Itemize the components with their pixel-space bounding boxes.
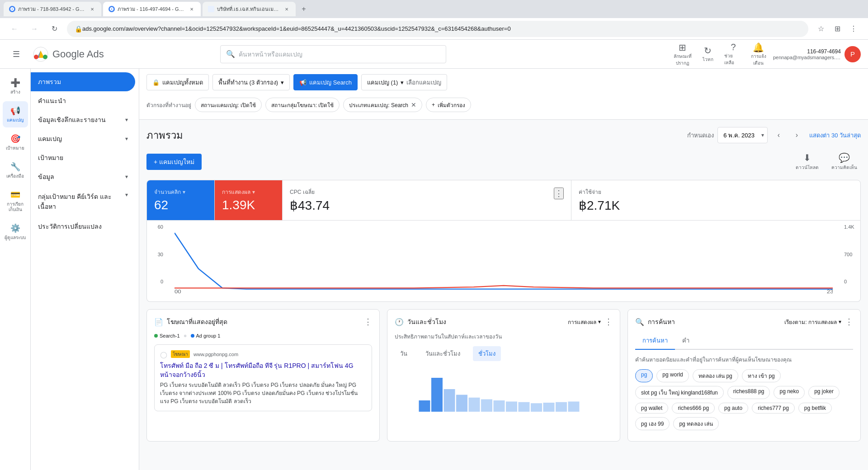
sidebar-item-billing[interactable]: 💳 การเรียกเก็บเงิน [3, 185, 28, 217]
ad-title[interactable]: โทรศัพท์ มือ ถือ 2 ซี ม | โทรศัพท์มือถือ… [160, 362, 366, 379]
date-selector[interactable]: 6 พ.ค. 2023 [717, 127, 768, 143]
keyword-tag-pg-joker[interactable]: pg joker [808, 386, 840, 399]
search-badge-dot [154, 334, 158, 338]
last-30-days-link[interactable]: แสดงต่า 30 วันล่าสุด [809, 131, 861, 140]
status-campaign-filter[interactable]: สถานะแคมเปญ: เปิดใช้ [195, 98, 262, 112]
nav-item-campaigns[interactable]: แคมเปญ ▾ [31, 129, 135, 148]
nav-item-overview[interactable]: ภาพรวม [31, 72, 135, 91]
back-to-campaigns-btn[interactable]: 🔒 แคมเปญทั้งหมด [146, 74, 209, 90]
keyword-tag-pg-auto[interactable]: pg auto [718, 403, 748, 414]
address-bar: ← → ↻ 🔒 ads.google.com/aw/overview?chann… [0, 18, 868, 40]
time-tabs: วัน วันและชั่วโมง ชั่วโมง [395, 346, 613, 361]
date-next-button[interactable]: › [789, 128, 804, 142]
sidebar-item-goals-label: เป้าหมาย [6, 146, 24, 151]
user-avatar[interactable]: P [844, 46, 861, 62]
main-content: 🔒 แคมเปญทั้งหมด พื้นที่ทำงาน (3 ตัวกรอง)… [139, 69, 868, 470]
back-button[interactable]: ← [7, 22, 22, 36]
chart-area: 60 30 0 1.4K 700 0 00 [146, 221, 861, 302]
badge-divider: ● [184, 332, 187, 339]
main-layout: ➕ สร้าง 📢 แคมเปญ 🎯 เป้าหมาย 🔧 เครื่องมือ… [0, 69, 868, 470]
browser-tab-3[interactable]: บริษัทที่.เธ.เฉส.ทกินเอนเมอรีใจ้ำที่ ✕ [203, 2, 296, 16]
nav-item-data[interactable]: ข้อมูล ▾ [31, 167, 135, 186]
header-search-bar[interactable]: 🔍 [220, 45, 446, 63]
page-content: ภาพรวม กำหนดเอง 6 พ.ค. 2023 ▾ ‹ › [139, 120, 868, 449]
keyword-tag-slot-pg[interactable]: slot pg เว็บ ใหญ่ kingland168fun [635, 386, 724, 399]
sidebar-item-create[interactable]: ➕ สร้าง [3, 73, 28, 99]
tab-close-3[interactable]: ✕ [283, 5, 290, 13]
sidebar-item-campaigns[interactable]: 📢 แคมเปญ [3, 101, 28, 127]
keyword-tag-pg-world[interactable]: pg world [656, 369, 689, 382]
browser-menu-icon[interactable]: ⋮ [846, 22, 861, 36]
search-sort-selector[interactable]: เรียงตาม: การแสดงผล ▾ [784, 318, 841, 326]
tab-search-icon[interactable]: ⊞ [830, 22, 844, 36]
add-campaign-button[interactable]: + แคมเปญใหม่ [146, 154, 202, 170]
ad-preview-more-button[interactable]: ⋮ [364, 317, 372, 327]
cost-metric-card: ค่าใช้จ่าย ฿2.71K [571, 180, 860, 220]
svg-rect-16 [519, 402, 530, 412]
nav-item-change-history[interactable]: ประวัติการเปลี่ยนแปลง [31, 217, 135, 236]
remove-campaign-type-filter-icon[interactable]: ✕ [411, 101, 416, 108]
time-metric-label: การแสดงผล [568, 318, 596, 326]
date-prev-button[interactable]: ‹ [771, 128, 786, 142]
back-to-campaigns-label: แคมเปญทั้งหมด [162, 78, 203, 87]
keyword-tag-pg-heng99[interactable]: pg เฮง 99 [635, 417, 670, 430]
keyword-tag-pg-trial-play[interactable]: pg ทดลอง เล่น [673, 417, 719, 430]
keyword-tag-pg-betflik[interactable]: pg betflik [798, 403, 832, 414]
tab-close-1[interactable]: ✕ [89, 5, 96, 13]
lock-filter-icon: 🔒 [152, 79, 160, 86]
tab-day[interactable]: วัน [395, 346, 413, 361]
search-tab-words[interactable]: คำ [675, 332, 697, 350]
keyword-tag-riches777[interactable]: riches777 pg [752, 403, 795, 414]
campaign-type-filter[interactable]: ประเภทแคมเปญ: Search ✕ [343, 98, 422, 112]
keyword-tag-riches666[interactable]: riches666 pg [672, 403, 715, 414]
menu-button[interactable]: ☰ [7, 45, 25, 63]
keyword-tag-pg-wallet[interactable]: pg wallet [635, 403, 668, 414]
search-tab-search[interactable]: การค้นหา [635, 332, 675, 350]
nav-item-goals[interactable]: เป้าหมาย [31, 148, 135, 167]
url-bar[interactable]: 🔒 ads.google.com/aw/overview?channel=1&o… [67, 21, 808, 37]
browser-tab-2[interactable]: ภาพรวม - 116-497-4694 - Goog... ✕ [103, 2, 201, 16]
time-metric-selector[interactable]: การแสดงผล ▾ [568, 318, 601, 326]
help-button[interactable]: ? ช่วยเหลือ [722, 40, 744, 68]
download-button[interactable]: ⬇ ดาวน์โหลด [792, 150, 822, 173]
add-filter-btn[interactable]: + เพิ่มตัวกรอง [426, 98, 471, 112]
forward-button[interactable]: → [27, 22, 42, 36]
tab-close-2[interactable]: ✕ [188, 5, 195, 13]
tab-hour[interactable]: ชั่วโมง [473, 346, 501, 361]
new-tab-button[interactable]: + [297, 3, 310, 15]
search-input[interactable] [239, 51, 440, 58]
keyword-tag-riches888[interactable]: riches888 pg [727, 386, 770, 399]
clicks-dropdown-icon[interactable]: ▾ [183, 189, 185, 195]
keyword-tag-pg[interactable]: pg [635, 369, 653, 382]
nav-item-data-insights[interactable]: ข้อมูลเชิงลึกและรายงาน ▾ [31, 110, 135, 129]
keyword-tag-trial-pg[interactable]: ทดลอง เล่น pg [693, 369, 738, 382]
metrics-more-button[interactable]: ⋮ [554, 188, 564, 199]
status-ad-group-filter[interactable]: สถานะกลุ่มโฆษณา: เปิดใช้ [265, 98, 340, 112]
keyword-tag-enter-pg[interactable]: ทาง เข้า pg [742, 369, 781, 382]
sidebar-item-admin[interactable]: ⚙️ ผู้ดูแลระบบ [3, 219, 28, 245]
sidebar-item-tools[interactable]: 🔧 เครื่องมือ [3, 157, 28, 183]
columns-button[interactable]: 💬 ความคิดเห็น [828, 150, 861, 173]
bookmark-icon[interactable]: ☆ [814, 22, 828, 36]
google-ads-logo-icon [33, 46, 49, 62]
campaign-select-btn[interactable]: แคมเปญ (1) ▾ เลือกแคมเปญ [361, 74, 448, 90]
impressions-dropdown-icon[interactable]: ▾ [252, 189, 255, 195]
search-terms-more-button[interactable]: ⋮ [845, 317, 853, 327]
sidebar-item-goals[interactable]: 🎯 เป้าหมาย [3, 129, 28, 155]
columns-icon: 💬 [839, 152, 850, 163]
browser-tab-1[interactable]: ภาพรวม - 718-983-4942 - Goog... ✕ [4, 2, 101, 16]
tab-day-hour[interactable]: วันและชั่วโมง [420, 346, 466, 361]
workspace-filter-btn[interactable]: พื้นที่ทำงาน (3 ตัวกรอง) ▾ [212, 74, 290, 90]
refresh-button[interactable]: ↻ [47, 22, 61, 36]
campaign-filter-btn[interactable]: 📢 แคมเปญ Search [293, 74, 358, 90]
nav-item-targeting[interactable]: กลุ่มเป้าหมาย คีย์เวิร์ด และเนื้อหา ▾ [31, 186, 135, 217]
notifications-button[interactable]: 🔔 การแจ้งเตือน [748, 40, 769, 68]
nav-item-intro[interactable]: คำแนะนำ [31, 91, 135, 110]
report-button[interactable]: ↻ ไวทก [697, 43, 719, 65]
report-label: ไวทก [703, 56, 713, 63]
appearance-button[interactable]: ⊞ ลักษณะที่ปรากฏ [672, 40, 693, 68]
keyword-tag-pg-neko[interactable]: pg neko [774, 386, 805, 399]
time-chart-more-button[interactable]: ⋮ [604, 317, 613, 327]
help-label: ช่วยเหลือ [724, 52, 742, 66]
expand-data-icon: ▾ [125, 174, 128, 180]
